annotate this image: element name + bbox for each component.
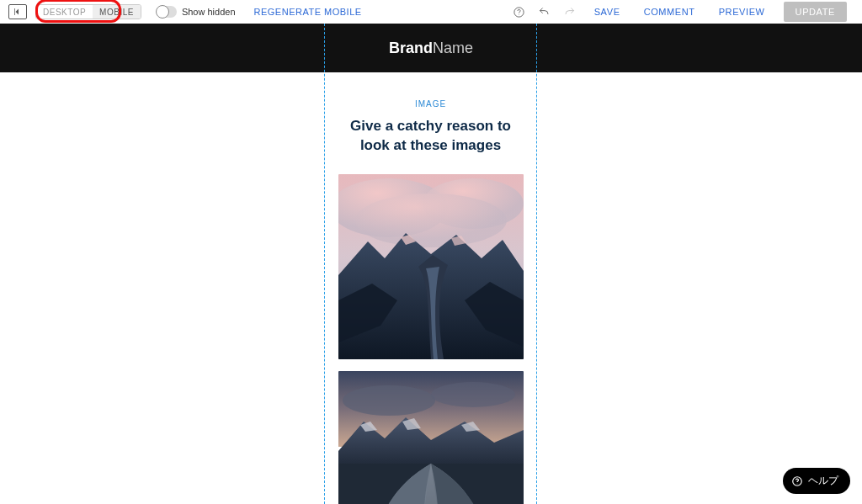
comment-link[interactable]: COMMENT <box>644 7 695 17</box>
section-eyebrow: IMAGE <box>325 99 536 109</box>
mobile-preview-content[interactable]: IMAGE Give a catchy reason to look at th… <box>325 72 536 504</box>
svg-rect-0 <box>14 8 15 15</box>
view-toggle: DESKTOP MOBILE <box>35 4 141 19</box>
preview-link[interactable]: PREVIEW <box>719 7 765 17</box>
content-image-2[interactable] <box>338 371 524 504</box>
svg-point-12 <box>797 483 798 484</box>
help-icon[interactable] <box>512 4 527 19</box>
svg-point-9 <box>431 382 515 407</box>
show-hidden-label: Show hidden <box>182 7 236 17</box>
brand-light: Name <box>433 40 473 56</box>
undo-icon[interactable] <box>537 4 552 19</box>
svg-point-2 <box>519 14 519 15</box>
toggle-knob <box>156 5 169 19</box>
svg-point-6 <box>355 194 507 247</box>
back-arrow-icon <box>13 7 23 17</box>
help-widget-icon <box>791 475 803 487</box>
view-toggle-desktop[interactable]: DESKTOP <box>36 5 93 19</box>
view-toggle-mobile[interactable]: MOBILE <box>93 5 141 19</box>
guide-left <box>324 24 325 504</box>
redo-icon[interactable] <box>562 4 577 19</box>
show-hidden-toggle[interactable] <box>157 6 177 18</box>
brand-strong: Brand <box>389 40 433 56</box>
brand-logo: BrandName <box>389 40 473 57</box>
section-headline: Give a catchy reason to look at these im… <box>340 117 521 156</box>
save-link[interactable]: SAVE <box>594 7 620 17</box>
help-widget[interactable]: ヘルプ <box>783 468 850 494</box>
back-button[interactable] <box>8 4 27 19</box>
editor-toolbar: DESKTOP MOBILE Show hidden REGENERATE MO… <box>0 0 862 24</box>
content-image-1[interactable] <box>338 174 524 359</box>
editor-canvas: BrandName IMAGE Give a catchy reason to … <box>0 24 862 504</box>
update-button[interactable]: UPDATE <box>784 2 847 22</box>
guide-right <box>536 24 537 504</box>
brand-header: BrandName <box>0 24 862 72</box>
show-hidden-toggle-group: Show hidden <box>157 6 236 18</box>
help-widget-label: ヘルプ <box>808 474 838 488</box>
regenerate-mobile-link[interactable]: REGENERATE MOBILE <box>254 7 362 17</box>
svg-point-8 <box>343 385 435 416</box>
